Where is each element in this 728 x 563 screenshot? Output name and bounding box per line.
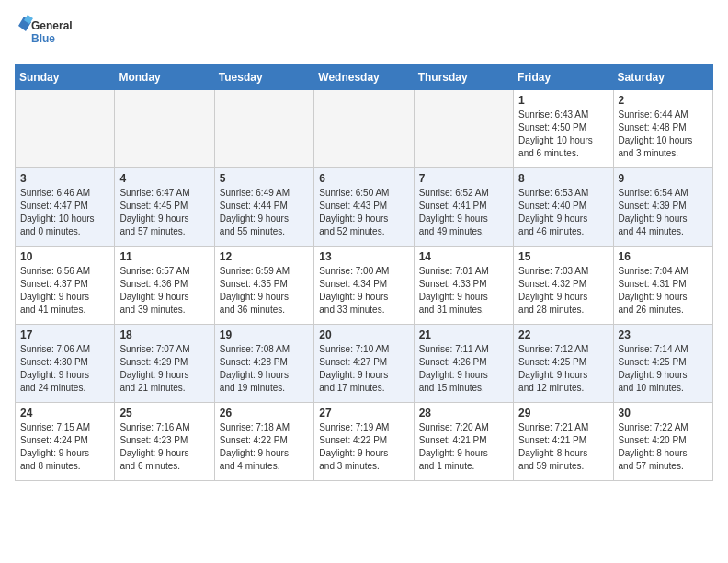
day-info: Sunrise: 7:14 AMSunset: 4:25 PMDaylight:… xyxy=(619,343,708,395)
calendar-day: 23Sunrise: 7:14 AMSunset: 4:25 PMDayligh… xyxy=(613,325,712,403)
day-number: 2 xyxy=(619,94,708,107)
calendar-day xyxy=(115,90,214,168)
day-info: Sunrise: 7:21 AMSunset: 4:21 PMDaylight:… xyxy=(518,421,608,473)
calendar-day: 26Sunrise: 7:18 AMSunset: 4:22 PMDayligh… xyxy=(214,403,313,481)
calendar-day: 10Sunrise: 6:56 AMSunset: 4:37 PMDayligh… xyxy=(16,247,115,325)
weekday-header: Monday xyxy=(115,65,214,90)
calendar-day: 16Sunrise: 7:04 AMSunset: 4:31 PMDayligh… xyxy=(613,247,712,325)
day-info: Sunrise: 6:49 AMSunset: 4:44 PMDaylight:… xyxy=(220,187,309,238)
day-number: 12 xyxy=(220,250,309,263)
svg-text:General: General xyxy=(31,19,73,32)
day-number: 9 xyxy=(619,172,708,185)
calendar-day: 20Sunrise: 7:10 AMSunset: 4:27 PMDayligh… xyxy=(314,325,414,403)
day-info: Sunrise: 7:03 AMSunset: 4:32 PMDaylight:… xyxy=(518,265,608,316)
day-number: 6 xyxy=(319,172,408,185)
calendar-day xyxy=(214,90,313,168)
weekday-header: Saturday xyxy=(613,65,712,90)
calendar-day: 5Sunrise: 6:49 AMSunset: 4:44 PMDaylight… xyxy=(214,168,313,247)
day-info: Sunrise: 6:44 AMSunset: 4:48 PMDaylight:… xyxy=(619,109,708,160)
calendar-day: 18Sunrise: 7:07 AMSunset: 4:29 PMDayligh… xyxy=(115,325,214,403)
day-number: 21 xyxy=(419,328,508,341)
calendar-day: 30Sunrise: 7:22 AMSunset: 4:20 PMDayligh… xyxy=(613,403,712,481)
day-info: Sunrise: 7:12 AMSunset: 4:25 PMDaylight:… xyxy=(518,343,608,395)
day-number: 24 xyxy=(20,407,109,419)
day-number: 30 xyxy=(619,407,708,419)
day-number: 11 xyxy=(119,250,209,263)
day-info: Sunrise: 7:04 AMSunset: 4:31 PMDaylight:… xyxy=(619,265,708,316)
calendar-day: 27Sunrise: 7:19 AMSunset: 4:22 PMDayligh… xyxy=(314,403,414,481)
calendar-day: 22Sunrise: 7:12 AMSunset: 4:25 PMDayligh… xyxy=(514,325,613,403)
day-number: 26 xyxy=(220,407,309,419)
day-info: Sunrise: 7:22 AMSunset: 4:20 PMDaylight:… xyxy=(619,421,708,473)
calendar-day: 29Sunrise: 7:21 AMSunset: 4:21 PMDayligh… xyxy=(514,403,613,481)
day-info: Sunrise: 7:00 AMSunset: 4:34 PMDaylight:… xyxy=(319,265,408,316)
calendar-day: 11Sunrise: 6:57 AMSunset: 4:36 PMDayligh… xyxy=(115,247,214,325)
calendar-day: 1Sunrise: 6:43 AMSunset: 4:50 PMDaylight… xyxy=(514,90,613,168)
calendar-day: 14Sunrise: 7:01 AMSunset: 4:33 PMDayligh… xyxy=(414,247,513,325)
day-info: Sunrise: 6:59 AMSunset: 4:35 PMDaylight:… xyxy=(220,265,309,316)
day-info: Sunrise: 6:56 AMSunset: 4:37 PMDaylight:… xyxy=(20,265,109,316)
day-info: Sunrise: 7:08 AMSunset: 4:28 PMDaylight:… xyxy=(220,343,309,395)
day-info: Sunrise: 6:57 AMSunset: 4:36 PMDaylight:… xyxy=(119,265,209,316)
day-info: Sunrise: 7:07 AMSunset: 4:29 PMDaylight:… xyxy=(119,343,209,395)
calendar-day: 6Sunrise: 6:50 AMSunset: 4:43 PMDaylight… xyxy=(314,168,414,247)
day-info: Sunrise: 6:46 AMSunset: 4:47 PMDaylight:… xyxy=(20,187,109,238)
calendar-day: 13Sunrise: 7:00 AMSunset: 4:34 PMDayligh… xyxy=(314,247,414,325)
logo: General Blue xyxy=(15,15,79,53)
calendar-day: 21Sunrise: 7:11 AMSunset: 4:26 PMDayligh… xyxy=(414,325,513,403)
day-number: 1 xyxy=(518,94,608,107)
day-number: 7 xyxy=(419,172,508,185)
day-number: 5 xyxy=(220,172,309,185)
logo-svg: General Blue xyxy=(15,15,79,53)
calendar-day xyxy=(414,90,513,168)
calendar-day xyxy=(16,90,115,168)
calendar-week-row: 10Sunrise: 6:56 AMSunset: 4:37 PMDayligh… xyxy=(16,247,713,325)
calendar-day: 2Sunrise: 6:44 AMSunset: 4:48 PMDaylight… xyxy=(613,90,712,168)
calendar-day: 4Sunrise: 6:47 AMSunset: 4:45 PMDaylight… xyxy=(115,168,214,247)
day-number: 29 xyxy=(518,407,608,419)
day-info: Sunrise: 7:20 AMSunset: 4:21 PMDaylight:… xyxy=(419,421,508,473)
calendar-day: 25Sunrise: 7:16 AMSunset: 4:23 PMDayligh… xyxy=(115,403,214,481)
calendar-day: 9Sunrise: 6:54 AMSunset: 4:39 PMDaylight… xyxy=(613,168,712,247)
calendar-day: 3Sunrise: 6:46 AMSunset: 4:47 PMDaylight… xyxy=(16,168,115,247)
weekday-header: Friday xyxy=(514,65,613,90)
day-info: Sunrise: 6:50 AMSunset: 4:43 PMDaylight:… xyxy=(319,187,408,238)
day-number: 15 xyxy=(518,250,608,263)
day-number: 18 xyxy=(119,328,209,341)
day-info: Sunrise: 7:11 AMSunset: 4:26 PMDaylight:… xyxy=(419,343,508,395)
calendar-day: 19Sunrise: 7:08 AMSunset: 4:28 PMDayligh… xyxy=(214,325,313,403)
calendar-table: SundayMondayTuesdayWednesdayThursdayFrid… xyxy=(15,64,713,481)
calendar-day: 12Sunrise: 6:59 AMSunset: 4:35 PMDayligh… xyxy=(214,247,313,325)
day-number: 20 xyxy=(319,328,408,341)
day-info: Sunrise: 6:43 AMSunset: 4:50 PMDaylight:… xyxy=(518,109,608,160)
day-info: Sunrise: 7:15 AMSunset: 4:24 PMDaylight:… xyxy=(20,421,109,473)
calendar-day xyxy=(314,90,414,168)
day-number: 16 xyxy=(619,250,708,263)
day-number: 13 xyxy=(319,250,408,263)
day-info: Sunrise: 6:53 AMSunset: 4:40 PMDaylight:… xyxy=(518,187,608,238)
day-info: Sunrise: 6:52 AMSunset: 4:41 PMDaylight:… xyxy=(419,187,508,238)
day-info: Sunrise: 7:16 AMSunset: 4:23 PMDaylight:… xyxy=(119,421,209,473)
calendar-day: 7Sunrise: 6:52 AMSunset: 4:41 PMDaylight… xyxy=(414,168,513,247)
calendar-day: 15Sunrise: 7:03 AMSunset: 4:32 PMDayligh… xyxy=(514,247,613,325)
day-info: Sunrise: 6:54 AMSunset: 4:39 PMDaylight:… xyxy=(619,187,708,238)
day-number: 10 xyxy=(20,250,109,263)
day-number: 3 xyxy=(20,172,109,185)
svg-text:Blue: Blue xyxy=(31,32,55,45)
day-info: Sunrise: 7:18 AMSunset: 4:22 PMDaylight:… xyxy=(220,421,309,473)
day-number: 27 xyxy=(319,407,408,419)
day-info: Sunrise: 7:10 AMSunset: 4:27 PMDaylight:… xyxy=(319,343,408,395)
day-number: 25 xyxy=(119,407,209,419)
calendar-day: 28Sunrise: 7:20 AMSunset: 4:21 PMDayligh… xyxy=(414,403,513,481)
day-number: 17 xyxy=(20,328,109,341)
calendar-week-row: 24Sunrise: 7:15 AMSunset: 4:24 PMDayligh… xyxy=(16,403,713,481)
calendar-week-row: 1Sunrise: 6:43 AMSunset: 4:50 PMDaylight… xyxy=(16,90,713,168)
day-number: 22 xyxy=(518,328,608,341)
calendar-week-row: 3Sunrise: 6:46 AMSunset: 4:47 PMDaylight… xyxy=(16,168,713,247)
weekday-header: Thursday xyxy=(414,65,513,90)
calendar-day: 17Sunrise: 7:06 AMSunset: 4:30 PMDayligh… xyxy=(16,325,115,403)
day-number: 14 xyxy=(419,250,508,263)
day-info: Sunrise: 7:19 AMSunset: 4:22 PMDaylight:… xyxy=(319,421,408,473)
day-number: 28 xyxy=(419,407,508,419)
day-number: 23 xyxy=(619,328,708,341)
